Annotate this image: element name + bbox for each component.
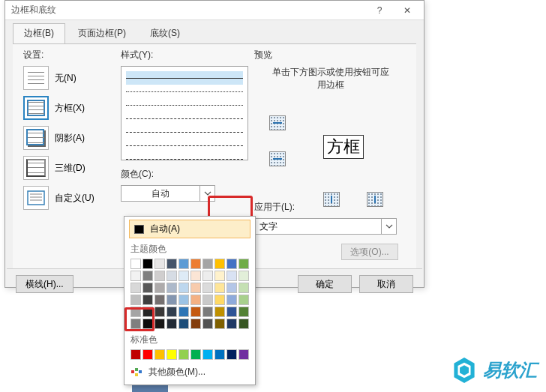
theme-color-swatch[interactable] (226, 283, 237, 293)
theme-color-swatch[interactable] (214, 271, 225, 281)
theme-color-swatch[interactable] (142, 319, 153, 329)
theme-color-swatch[interactable] (166, 259, 177, 269)
tab-shading[interactable]: 底纹(S) (139, 23, 191, 43)
theme-color-swatch[interactable] (154, 271, 165, 281)
preview-sample: 方框 (323, 135, 364, 159)
more-colors-option[interactable]: 其他颜色(M)... (124, 363, 255, 382)
setting-box[interactable]: 方框(X) (23, 96, 115, 120)
setting-label: 设置: (23, 49, 115, 61)
theme-color-swatch[interactable] (154, 307, 165, 317)
theme-color-swatch[interactable] (202, 295, 213, 305)
theme-color-swatch[interactable] (130, 271, 141, 281)
theme-color-swatch[interactable] (238, 259, 249, 269)
preview-label: 预览 (254, 49, 407, 61)
theme-color-swatch[interactable] (190, 283, 201, 293)
standard-color-swatch[interactable] (238, 349, 249, 360)
setting-none[interactable]: 无(N) (23, 66, 115, 90)
theme-color-swatch[interactable] (166, 283, 177, 293)
theme-color-swatch[interactable] (178, 319, 189, 329)
theme-color-swatch[interactable] (214, 259, 225, 269)
theme-color-swatch[interactable] (166, 307, 177, 317)
color-auto-option[interactable]: 自动(A) (129, 220, 250, 238)
theme-color-swatch[interactable] (130, 295, 141, 305)
theme-color-swatch[interactable] (202, 271, 213, 281)
theme-color-swatch[interactable] (202, 283, 213, 293)
theme-color-swatch[interactable] (214, 295, 225, 305)
border-top-toggle[interactable] (269, 115, 286, 130)
theme-colors-label: 主题颜色 (124, 241, 255, 259)
theme-color-swatch[interactable] (202, 319, 213, 329)
theme-color-swatch[interactable] (214, 307, 225, 317)
standard-color-swatch[interactable] (214, 349, 225, 360)
theme-color-swatch[interactable] (154, 295, 165, 305)
theme-color-swatch[interactable] (238, 271, 249, 281)
border-left-toggle[interactable] (323, 192, 340, 207)
theme-color-swatch[interactable] (238, 307, 249, 317)
theme-color-swatch[interactable] (142, 271, 153, 281)
theme-color-swatch[interactable] (226, 259, 237, 269)
standard-color-swatch[interactable] (178, 349, 189, 360)
theme-color-swatch[interactable] (154, 283, 165, 293)
theme-color-swatch[interactable] (130, 307, 141, 317)
close-button[interactable]: ✕ (392, 1, 422, 19)
theme-color-swatch[interactable] (166, 295, 177, 305)
theme-color-swatch[interactable] (238, 283, 249, 293)
border-right-toggle[interactable] (367, 192, 383, 207)
apply-to-dropdown[interactable]: 文字 (254, 218, 397, 235)
theme-color-swatch[interactable] (178, 307, 189, 317)
standard-color-swatch[interactable] (202, 349, 213, 360)
theme-color-swatch[interactable] (190, 295, 201, 305)
theme-color-swatch[interactable] (214, 319, 225, 329)
setting-shadow[interactable]: 阴影(A) (23, 126, 115, 150)
chevron-down-icon[interactable] (200, 186, 214, 201)
theme-color-swatch[interactable] (154, 319, 165, 329)
color-dropdown[interactable]: 自动 (121, 185, 215, 202)
tab-page-border[interactable]: 页面边框(P) (67, 23, 137, 43)
theme-color-swatch[interactable] (142, 295, 153, 305)
theme-color-swatch[interactable] (226, 307, 237, 317)
standard-color-swatch[interactable] (166, 349, 177, 360)
cancel-button[interactable]: 取消 (359, 275, 413, 293)
tab-border[interactable]: 边框(B) (13, 23, 65, 43)
border-bottom-toggle[interactable] (269, 151, 286, 166)
theme-color-swatch[interactable] (238, 319, 249, 329)
style-listbox[interactable] (121, 66, 248, 160)
setting-custom[interactable]: 自定义(U) (23, 186, 115, 210)
theme-color-swatch[interactable] (166, 319, 177, 329)
theme-color-swatch[interactable] (190, 259, 201, 269)
standard-color-swatch[interactable] (226, 349, 237, 360)
standard-color-swatch[interactable] (130, 349, 141, 360)
theme-color-swatch[interactable] (190, 307, 201, 317)
theme-color-swatch[interactable] (202, 307, 213, 317)
theme-color-swatch[interactable] (178, 295, 189, 305)
theme-color-swatch[interactable] (166, 271, 177, 281)
theme-color-swatch[interactable] (178, 259, 189, 269)
theme-color-swatch[interactable] (226, 271, 237, 281)
theme-color-swatch[interactable] (142, 259, 153, 269)
ok-button[interactable]: 确定 (298, 275, 352, 293)
theme-color-swatch[interactable] (226, 319, 237, 329)
help-button[interactable]: ? (367, 1, 392, 19)
theme-color-swatch[interactable] (190, 319, 201, 329)
theme-color-swatch[interactable] (154, 259, 165, 269)
theme-color-swatch[interactable] (130, 319, 141, 329)
theme-color-swatch[interactable] (214, 283, 225, 293)
standard-color-swatch[interactable] (154, 349, 165, 360)
standard-color-swatch[interactable] (142, 349, 153, 360)
theme-color-swatch[interactable] (142, 307, 153, 317)
dialog-title: 边框和底纹 (11, 4, 56, 16)
theme-color-swatch[interactable] (130, 259, 141, 269)
setting-3d[interactable]: 三维(D) (23, 156, 115, 180)
theme-color-swatch[interactable] (142, 283, 153, 293)
theme-color-swatch[interactable] (226, 295, 237, 305)
svg-rect-6 (139, 370, 142, 373)
theme-color-swatch[interactable] (190, 271, 201, 281)
standard-color-swatch[interactable] (190, 349, 201, 360)
horizontal-line-button[interactable]: 横线(H)... (16, 275, 74, 293)
theme-color-swatch[interactable] (178, 283, 189, 293)
chevron-down-icon[interactable] (381, 219, 396, 234)
theme-color-swatch[interactable] (130, 283, 141, 293)
theme-color-swatch[interactable] (238, 295, 249, 305)
theme-color-swatch[interactable] (202, 259, 213, 269)
theme-color-swatch[interactable] (178, 271, 189, 281)
